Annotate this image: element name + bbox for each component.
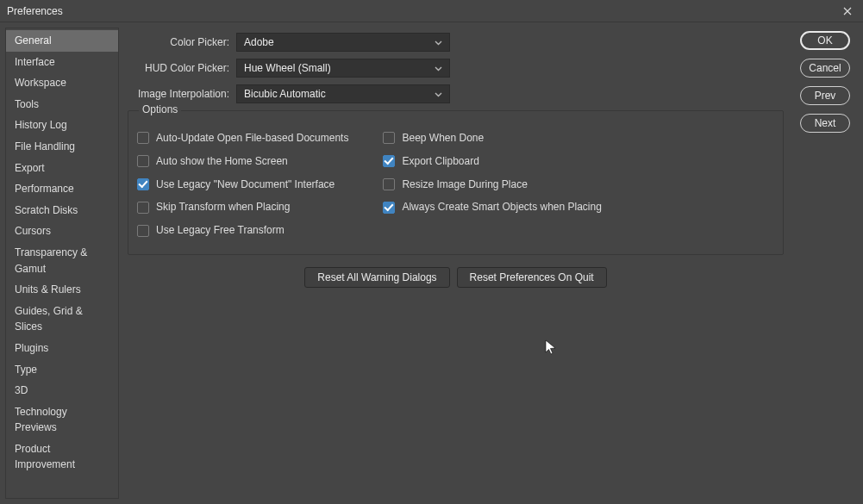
- cancel-button[interactable]: Cancel: [800, 59, 850, 78]
- options-group: Options Auto-Update Open File-based Docu…: [128, 110, 784, 255]
- sidebar-item-label: Transparency & Gamut: [15, 246, 87, 275]
- sidebar-item-label: Export: [15, 162, 45, 174]
- image-interpolation-value: Bicubic Automatic: [244, 88, 326, 100]
- main-panel: Color Picker: Adobe HUD Color Picker: Hu…: [124, 28, 787, 499]
- checkbox[interactable]: [137, 132, 149, 144]
- option-label: Use Legacy Free Transform: [156, 223, 285, 238]
- option-left-1[interactable]: Auto show the Home Screen: [137, 150, 348, 173]
- option-label: Export Clipboard: [402, 154, 478, 169]
- sidebar-item-workspace[interactable]: Workspace: [6, 72, 118, 94]
- sidebar-item-performance[interactable]: Performance: [6, 178, 118, 200]
- image-interpolation-label: Image Interpolation:: [128, 88, 229, 100]
- close-icon: [843, 7, 852, 16]
- next-button[interactable]: Next: [800, 114, 850, 133]
- ok-button[interactable]: OK: [800, 31, 850, 50]
- option-right-3[interactable]: Always Create Smart Objects when Placing: [383, 196, 601, 219]
- hud-color-picker-dropdown[interactable]: Hue Wheel (Small): [236, 59, 450, 78]
- sidebar-item-transparency-gamut[interactable]: Transparency & Gamut: [6, 242, 118, 279]
- sidebar-item-general[interactable]: General: [6, 30, 118, 52]
- sidebar-item-label: Workspace: [15, 77, 66, 89]
- option-label: Auto-Update Open File-based Documents: [156, 131, 348, 146]
- option-label: Use Legacy "New Document" Interface: [156, 177, 335, 192]
- checkbox[interactable]: [383, 155, 395, 167]
- sidebar-item-3d[interactable]: 3D: [6, 380, 118, 401]
- option-right-2[interactable]: Resize Image During Place: [383, 173, 601, 196]
- sidebar-item-cursors[interactable]: Cursors: [6, 221, 118, 242]
- sidebar-item-label: Scratch Disks: [15, 204, 78, 216]
- checkbox[interactable]: [137, 202, 149, 214]
- sidebar-item-label: Interface: [15, 56, 55, 68]
- color-picker-dropdown[interactable]: Adobe: [236, 33, 450, 52]
- sidebar-item-label: Technology Previews: [15, 406, 67, 434]
- close-button[interactable]: [839, 3, 856, 20]
- checkbox[interactable]: [383, 132, 395, 144]
- button-label: Reset All Warning Dialogs: [317, 271, 436, 283]
- sidebar-item-tools[interactable]: Tools: [6, 94, 118, 115]
- sidebar-item-label: Tools: [15, 98, 39, 110]
- titlebar: Preferences: [0, 0, 863, 22]
- image-interpolation-dropdown[interactable]: Bicubic Automatic: [236, 84, 450, 103]
- sidebar-item-label: Cursors: [15, 225, 51, 237]
- sidebar-item-technology-previews[interactable]: Technology Previews: [6, 401, 118, 439]
- options-legend: Options: [139, 103, 181, 115]
- sidebar-item-history-log[interactable]: History Log: [6, 115, 118, 136]
- prev-button[interactable]: Prev: [800, 86, 850, 105]
- sidebar-item-label: History Log: [15, 119, 67, 131]
- option-left-4[interactable]: Use Legacy Free Transform: [137, 219, 348, 242]
- checkbox[interactable]: [137, 155, 149, 167]
- sidebar-item-label: File Handling: [15, 140, 75, 152]
- sidebar-item-label: Type: [15, 364, 37, 376]
- hud-color-picker-value: Hue Wheel (Small): [244, 62, 331, 74]
- sidebar-item-guides-grid-slices[interactable]: Guides, Grid & Slices: [6, 301, 118, 338]
- option-left-3[interactable]: Skip Transform when Placing: [137, 196, 348, 219]
- hud-color-picker-label: HUD Color Picker:: [128, 62, 229, 74]
- option-label: Resize Image During Place: [402, 177, 527, 192]
- option-left-2[interactable]: Use Legacy "New Document" Interface: [137, 173, 348, 196]
- button-label: Cancel: [809, 62, 841, 74]
- sidebar-item-file-handling[interactable]: File Handling: [6, 136, 118, 158]
- sidebar-item-label: Product Improvement: [15, 443, 75, 471]
- checkbox[interactable]: [137, 178, 149, 190]
- option-right-0[interactable]: Beep When Done: [383, 127, 601, 150]
- sidebar-item-export[interactable]: Export: [6, 158, 118, 179]
- window-title: Preferences: [7, 5, 63, 17]
- chevron-down-icon: [435, 36, 442, 48]
- checkbox[interactable]: [137, 225, 149, 237]
- sidebar-item-label: Performance: [15, 183, 74, 195]
- sidebar-item-label: Guides, Grid & Slices: [15, 305, 83, 333]
- checkbox[interactable]: [383, 202, 395, 214]
- reset-warning-dialogs-button[interactable]: Reset All Warning Dialogs: [304, 267, 449, 288]
- reset-preferences-on-quit-button[interactable]: Reset Preferences On Quit: [457, 267, 607, 288]
- button-label: Reset Preferences On Quit: [470, 271, 594, 283]
- sidebar-item-plugins[interactable]: Plugins: [6, 338, 118, 359]
- sidebar-item-units-rulers[interactable]: Units & Rulers: [6, 279, 118, 301]
- checkbox[interactable]: [383, 178, 395, 190]
- sidebar-item-interface[interactable]: Interface: [6, 52, 118, 73]
- sidebar: GeneralInterfaceWorkspaceToolsHistory Lo…: [5, 28, 119, 499]
- option-right-1[interactable]: Export Clipboard: [383, 150, 601, 173]
- button-label: OK: [817, 34, 832, 47]
- button-label: Prev: [815, 90, 836, 102]
- option-label: Beep When Done: [402, 131, 484, 146]
- option-left-0[interactable]: Auto-Update Open File-based Documents: [137, 127, 348, 150]
- sidebar-item-product-improvement[interactable]: Product Improvement: [6, 439, 118, 476]
- sidebar-item-label: General: [15, 34, 52, 47]
- sidebar-item-type[interactable]: Type: [6, 359, 118, 381]
- chevron-down-icon: [435, 88, 442, 100]
- option-label: Skip Transform when Placing: [156, 200, 290, 215]
- sidebar-item-label: 3D: [15, 384, 28, 396]
- option-label: Always Create Smart Objects when Placing: [402, 200, 601, 215]
- color-picker-value: Adobe: [244, 36, 274, 48]
- color-picker-label: Color Picker:: [128, 36, 229, 48]
- sidebar-item-label: Units & Rulers: [15, 283, 81, 296]
- button-label: Next: [815, 117, 836, 129]
- sidebar-item-scratch-disks[interactable]: Scratch Disks: [6, 200, 118, 221]
- chevron-down-icon: [435, 62, 442, 74]
- action-panel: OK Cancel Prev Next: [792, 28, 858, 499]
- option-label: Auto show the Home Screen: [156, 154, 288, 169]
- sidebar-item-label: Plugins: [15, 342, 48, 354]
